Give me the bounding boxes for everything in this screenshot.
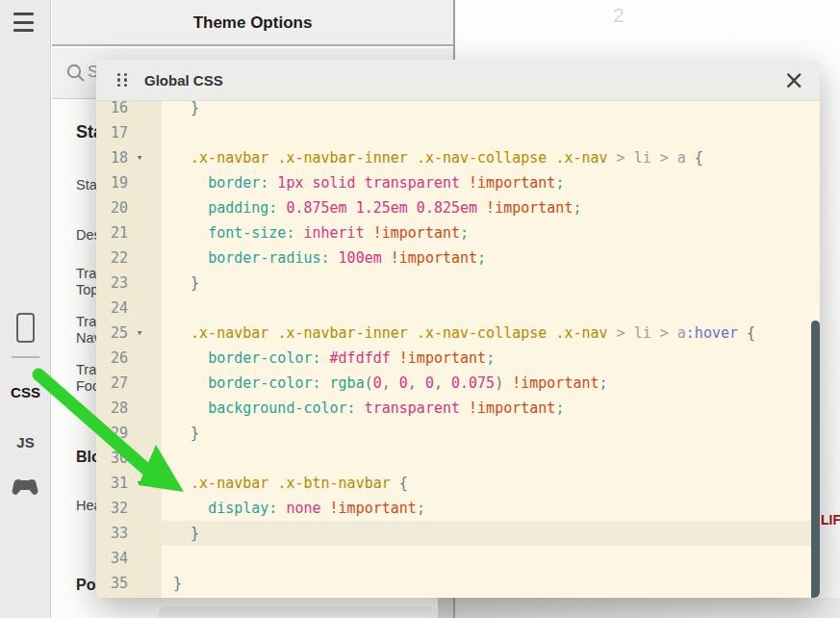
code-line[interactable]: 23 } — [96, 270, 820, 296]
code-line[interactable]: 33 } — [96, 521, 820, 546]
background-footer — [455, 598, 840, 618]
code-lines: 16 }1718▾ .x-navbar .x-navbar-inner .x-n… — [96, 101, 820, 596]
code-text: } — [162, 571, 820, 596]
code-text: } — [162, 101, 820, 120]
code-line[interactable]: 21 font-size: inherit !important; — [96, 220, 820, 245]
code-text: .x-navbar .x-btn-navbar { — [162, 471, 820, 496]
gutter-cell: 16 — [96, 101, 162, 120]
tool-sidebar: CSS JS — [0, 0, 51, 618]
code-line[interactable]: 29 } — [96, 421, 820, 446]
line-number: 22 — [96, 245, 128, 270]
gutter-cell: 20 — [96, 195, 162, 220]
fold-arrow-icon[interactable]: ▾ — [128, 145, 151, 170]
line-number: 34 — [96, 546, 128, 571]
code-line[interactable]: 26 border-color: #dfdfdf !important; — [96, 346, 820, 371]
mobile-preview-icon[interactable] — [16, 313, 35, 343]
gamepad-icon[interactable] — [12, 477, 38, 497]
panel-title: Global CSS — [144, 72, 223, 89]
background-block — [159, 606, 438, 618]
code-text: display: none !important; — [162, 496, 820, 521]
gutter-cell: 32 — [96, 496, 162, 521]
code-text: .x-navbar .x-navbar-inner .x-nav-collaps… — [162, 145, 820, 170]
app-window: Theme Options S StaStacDesiTranToplTranN… — [0, 0, 840, 618]
brand-text-fragment: LIFE — [821, 512, 840, 528]
panel-header: Global CSS × — [96, 60, 820, 101]
code-line[interactable]: 17 — [96, 120, 820, 145]
code-text: border-color: rgba(0, 0, 0, 0.075) !impo… — [162, 371, 820, 396]
close-icon[interactable]: × — [783, 70, 804, 90]
fold-spacer — [128, 120, 151, 145]
line-number: 28 — [96, 396, 128, 421]
line-number: 18 — [96, 145, 128, 170]
code-line[interactable]: 28 background-color: transparent !import… — [96, 396, 820, 421]
gutter-cell: 27 — [96, 371, 162, 396]
gutter-cell: 33 — [96, 521, 162, 546]
fold-spacer — [128, 371, 151, 396]
css-code-editor[interactable]: 16 }1718▾ .x-navbar .x-navbar-inner .x-n… — [96, 101, 820, 598]
gutter-cell: 29 — [96, 421, 162, 446]
code-text: background-color: transparent !important… — [162, 396, 820, 421]
line-number: 35 — [96, 571, 128, 596]
fold-spacer — [128, 446, 151, 471]
fold-spacer — [128, 546, 151, 571]
fold-spacer — [128, 346, 151, 371]
gutter-cell: 21 — [96, 220, 162, 245]
line-number: 30 — [96, 446, 128, 471]
code-line[interactable]: 22 border-radius: 100em !important; — [96, 245, 820, 270]
sidebar-item-css[interactable]: CSS — [0, 384, 51, 400]
code-line[interactable]: 30 — [96, 446, 820, 471]
editor-scrollbar[interactable] — [811, 321, 820, 598]
fold-spacer — [128, 396, 151, 421]
gutter-cell: 34 — [96, 546, 162, 571]
code-line[interactable]: 32 display: none !important; — [96, 496, 820, 521]
line-number: 31 — [96, 471, 128, 496]
code-line[interactable]: 27 border-color: rgba(0, 0, 0, 0.075) !i… — [96, 371, 820, 396]
fold-spacer — [128, 496, 151, 521]
fold-spacer — [128, 521, 151, 546]
code-line[interactable]: 20 padding: 0.875em 1.25em 0.825em !impo… — [96, 195, 820, 220]
menu-icon[interactable] — [13, 13, 34, 32]
line-number: 24 — [96, 296, 128, 321]
line-number: 25 — [96, 321, 128, 346]
drag-handle-icon[interactable] — [115, 72, 129, 88]
gutter-cell: 30 — [96, 446, 162, 471]
fold-spacer — [128, 421, 151, 446]
fold-spacer — [128, 101, 151, 120]
background-column — [438, 598, 453, 618]
code-text: } — [162, 521, 820, 546]
line-number: 33 — [96, 521, 128, 546]
line-number: 29 — [96, 421, 128, 446]
sidebar-divider — [12, 356, 39, 358]
code-line[interactable]: 16 } — [96, 101, 820, 120]
gutter-cell: 17 — [96, 120, 162, 145]
code-text — [162, 546, 820, 571]
gutter-cell: 22 — [96, 245, 162, 270]
line-number: 26 — [96, 346, 128, 371]
code-line[interactable]: 31▾ .x-navbar .x-btn-navbar { — [96, 471, 820, 496]
gutter-cell: 19 — [96, 170, 162, 195]
line-number: 16 — [96, 101, 128, 120]
code-line[interactable]: 18▾ .x-navbar .x-navbar-inner .x-nav-col… — [96, 145, 820, 170]
code-text: .x-navbar .x-navbar-inner .x-nav-collaps… — [162, 321, 820, 346]
fold-spacer — [128, 245, 151, 270]
line-number: 20 — [96, 195, 128, 220]
code-text: } — [162, 421, 820, 446]
code-line[interactable]: 25▾ .x-navbar .x-navbar-inner .x-nav-col… — [96, 321, 820, 346]
code-text: padding: 0.875em 1.25em 0.825em !importa… — [162, 195, 820, 220]
code-text — [162, 446, 820, 471]
search-icon — [65, 63, 87, 84]
fold-arrow-icon[interactable]: ▾ — [128, 471, 151, 496]
code-line[interactable]: 19 border: 1px solid transparent !import… — [96, 170, 820, 195]
gutter-cell: 25▾ — [96, 321, 162, 346]
code-text: border-radius: 100em !important; — [162, 245, 820, 270]
code-line[interactable]: 34 — [96, 546, 820, 571]
code-line[interactable]: 24 — [96, 296, 820, 321]
sidebar-item-js[interactable]: JS — [0, 434, 51, 451]
code-line[interactable]: 35} — [96, 571, 820, 596]
gutter-cell: 28 — [96, 396, 162, 421]
global-css-panel: Global CSS × 16 }1718▾ .x-navbar .x-navb… — [96, 60, 820, 598]
fold-arrow-icon[interactable]: ▾ — [128, 321, 151, 346]
line-number: 27 — [96, 371, 128, 396]
code-text: border-color: #dfdfdf !important; — [162, 346, 820, 371]
page-title: Theme Options — [52, 0, 453, 46]
